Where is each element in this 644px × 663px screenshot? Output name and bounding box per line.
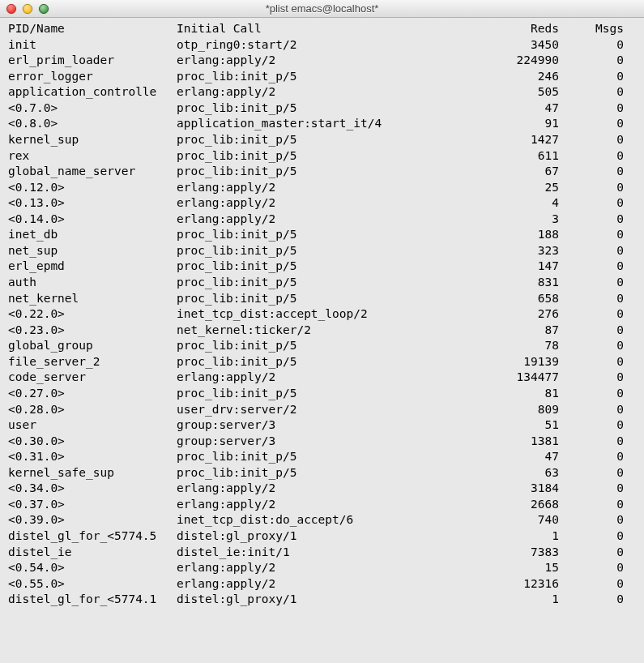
cell-reds: 3 bbox=[468, 212, 559, 228]
table-row[interactable]: usergroup:server/3510 bbox=[8, 417, 636, 434]
cell-msgs: 0 bbox=[559, 465, 624, 481]
cell-msgs: 0 bbox=[559, 243, 624, 259]
cell-msgs: 0 bbox=[559, 560, 624, 576]
cell-call: proc_lib:init_p/5 bbox=[177, 148, 468, 165]
cell-pid: net_sup bbox=[8, 243, 177, 259]
cell-reds: 25 bbox=[468, 180, 559, 196]
table-header: PID/Name Initial Call Reds Msgs bbox=[8, 21, 636, 37]
cell-pid: error_logger bbox=[8, 69, 177, 85]
table-row[interactable]: <0.23.0>net_kernel:ticker/2870 bbox=[8, 323, 636, 339]
cell-pid: file_server_2 bbox=[8, 354, 177, 370]
table-row[interactable]: inet_dbproc_lib:init_p/51880 bbox=[8, 227, 636, 243]
table-row[interactable]: <0.13.0>erlang:apply/240 bbox=[8, 195, 636, 212]
table-row[interactable]: application_controlleerlang:apply/25050 bbox=[8, 84, 636, 101]
table-row[interactable]: rexproc_lib:init_p/56110 bbox=[8, 148, 636, 165]
cell-pid: <0.13.0> bbox=[8, 195, 177, 212]
table-row[interactable]: <0.54.0>erlang:apply/2150 bbox=[8, 560, 636, 576]
cell-pid: <0.34.0> bbox=[8, 481, 177, 497]
cell-pid: user bbox=[8, 417, 177, 434]
cell-msgs: 0 bbox=[559, 53, 624, 69]
cell-pid: rex bbox=[8, 148, 177, 165]
cell-reds: 147 bbox=[468, 259, 559, 275]
cell-call: erlang:apply/2 bbox=[177, 180, 468, 196]
cell-call: proc_lib:init_p/5 bbox=[177, 275, 468, 291]
cell-msgs: 0 bbox=[559, 227, 624, 243]
table-row[interactable]: net_kernelproc_lib:init_p/56580 bbox=[8, 291, 636, 307]
cell-reds: 51 bbox=[468, 417, 559, 434]
cell-pid: <0.22.0> bbox=[8, 306, 177, 323]
cell-msgs: 0 bbox=[559, 576, 624, 592]
cell-call: proc_lib:init_p/5 bbox=[177, 259, 468, 275]
cell-pid: kernel_safe_sup bbox=[8, 465, 177, 481]
table-row[interactable]: net_supproc_lib:init_p/53230 bbox=[8, 243, 636, 259]
cell-pid: net_kernel bbox=[8, 291, 177, 307]
table-row[interactable]: <0.14.0>erlang:apply/230 bbox=[8, 212, 636, 228]
cell-call: distel_ie:init/1 bbox=[177, 545, 468, 561]
header-call: Initial Call bbox=[177, 21, 468, 37]
cell-reds: 505 bbox=[468, 84, 559, 101]
table-row[interactable]: error_loggerproc_lib:init_p/52460 bbox=[8, 69, 636, 85]
cell-msgs: 0 bbox=[559, 37, 624, 53]
cell-call: proc_lib:init_p/5 bbox=[177, 101, 468, 117]
cell-pid: <0.37.0> bbox=[8, 497, 177, 513]
cell-call: erlang:apply/2 bbox=[177, 560, 468, 576]
cell-pid: kernel_sup bbox=[8, 132, 177, 148]
cell-call: proc_lib:init_p/5 bbox=[177, 227, 468, 243]
table-row[interactable]: global_groupproc_lib:init_p/5780 bbox=[8, 338, 636, 354]
cell-call: erlang:apply/2 bbox=[177, 370, 468, 386]
table-row[interactable]: code_servererlang:apply/21344770 bbox=[8, 370, 636, 386]
table-row[interactable]: <0.39.0>inet_tcp_dist:do_accept/67400 bbox=[8, 512, 636, 528]
cell-call: proc_lib:init_p/5 bbox=[177, 291, 468, 307]
cell-reds: 1381 bbox=[468, 434, 559, 450]
cell-reds: 658 bbox=[468, 291, 559, 307]
cell-msgs: 0 bbox=[559, 180, 624, 196]
cell-pid: <0.8.0> bbox=[8, 116, 177, 132]
table-row[interactable]: <0.55.0>erlang:apply/2123160 bbox=[8, 576, 636, 592]
window-title: *plist emacs@localhost* bbox=[0, 2, 644, 15]
table-row[interactable]: <0.22.0>inet_tcp_dist:accept_loop/22760 bbox=[8, 306, 636, 323]
cell-reds: 134477 bbox=[468, 370, 559, 386]
table-row[interactable]: <0.28.0>user_drv:server/28090 bbox=[8, 402, 636, 418]
cell-msgs: 0 bbox=[559, 386, 624, 402]
cell-msgs: 0 bbox=[559, 370, 624, 386]
table-row[interactable]: <0.8.0>application_master:start_it/4910 bbox=[8, 116, 636, 132]
table-row[interactable]: kernel_safe_supproc_lib:init_p/5630 bbox=[8, 465, 636, 481]
cell-call: distel:gl_proxy/1 bbox=[177, 592, 468, 608]
table-row[interactable]: <0.27.0>proc_lib:init_p/5810 bbox=[8, 386, 636, 402]
table-row[interactable]: <0.31.0>proc_lib:init_p/5470 bbox=[8, 449, 636, 465]
cell-pid: <0.12.0> bbox=[8, 180, 177, 196]
cell-reds: 67 bbox=[468, 164, 559, 180]
cell-call: erlang:apply/2 bbox=[177, 497, 468, 513]
process-list[interactable]: PID/Name Initial Call Reds Msgs initotp_… bbox=[0, 18, 644, 611]
cell-reds: 47 bbox=[468, 101, 559, 117]
table-row[interactable]: authproc_lib:init_p/58310 bbox=[8, 275, 636, 291]
header-reds: Reds bbox=[468, 21, 559, 37]
table-row[interactable]: <0.34.0>erlang:apply/231840 bbox=[8, 481, 636, 497]
table-row[interactable]: <0.12.0>erlang:apply/2250 bbox=[8, 180, 636, 196]
cell-reds: 809 bbox=[468, 402, 559, 418]
cell-msgs: 0 bbox=[559, 195, 624, 212]
cell-call: erlang:apply/2 bbox=[177, 195, 468, 212]
cell-reds: 611 bbox=[468, 148, 559, 165]
cell-msgs: 0 bbox=[559, 323, 624, 339]
table-row[interactable]: kernel_supproc_lib:init_p/514270 bbox=[8, 132, 636, 148]
table-row[interactable]: distel_gl_for_<5774.5distel:gl_proxy/110 bbox=[8, 528, 636, 545]
cell-reds: 1 bbox=[468, 528, 559, 545]
cell-msgs: 0 bbox=[559, 354, 624, 370]
table-row[interactable]: global_name_serverproc_lib:init_p/5670 bbox=[8, 164, 636, 180]
table-row[interactable]: <0.7.0>proc_lib:init_p/5470 bbox=[8, 101, 636, 117]
cell-msgs: 0 bbox=[559, 212, 624, 228]
cell-pid: distel_gl_for_<5774.1 bbox=[8, 592, 177, 608]
table-row[interactable]: <0.30.0>group:server/313810 bbox=[8, 434, 636, 450]
cell-call: proc_lib:init_p/5 bbox=[177, 164, 468, 180]
table-row[interactable]: erl_epmdproc_lib:init_p/51470 bbox=[8, 259, 636, 275]
table-row[interactable]: erl_prim_loadererlang:apply/22249900 bbox=[8, 53, 636, 69]
table-row[interactable]: initotp_ring0:start/234500 bbox=[8, 37, 636, 53]
titlebar: *plist emacs@localhost* bbox=[0, 0, 644, 18]
table-row[interactable]: distel_gl_for_<5774.1distel:gl_proxy/110 bbox=[8, 592, 636, 608]
table-row[interactable]: <0.37.0>erlang:apply/226680 bbox=[8, 497, 636, 513]
cell-pid: <0.54.0> bbox=[8, 560, 177, 576]
table-row[interactable]: distel_iedistel_ie:init/173830 bbox=[8, 545, 636, 561]
table-row[interactable]: file_server_2proc_lib:init_p/5191390 bbox=[8, 354, 636, 370]
cell-reds: 224990 bbox=[468, 53, 559, 69]
